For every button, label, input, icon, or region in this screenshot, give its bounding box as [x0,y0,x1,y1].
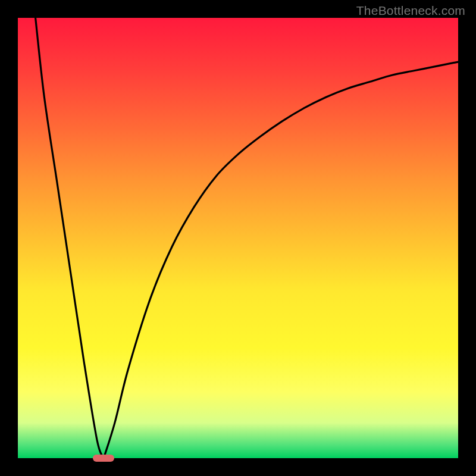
curve-svg [18,18,458,458]
left-branch-curve [36,18,104,458]
minimum-marker [93,455,114,462]
watermark-text: TheBottleneck.com [356,4,465,18]
plot-area [18,18,458,458]
chart-container: TheBottleneck.com [0,0,476,476]
right-branch-curve [104,62,458,458]
